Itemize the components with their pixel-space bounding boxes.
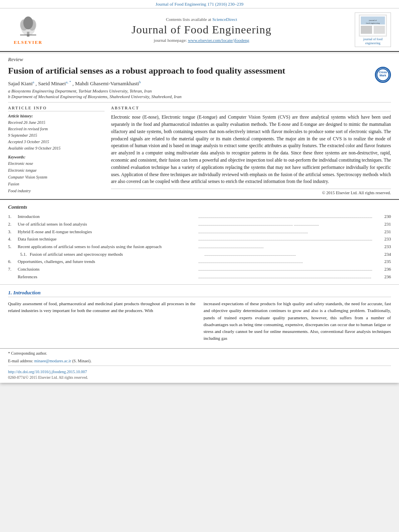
keyword-3: Computer Vision System bbox=[8, 174, 105, 181]
toc-item-51: 5.1. Fusion of artificial senses and spe… bbox=[8, 251, 391, 258]
page-footer: * Corresponding author. E-mail address: … bbox=[0, 348, 399, 383]
toc-page-5: 233 bbox=[379, 243, 391, 251]
toc-num-4: 4. bbox=[8, 235, 18, 243]
toc-label-5: Recent applications of artificial senses… bbox=[18, 243, 197, 251]
abstract-col: Abstract Electronic nose (E-nose), Elect… bbox=[111, 106, 391, 195]
journal-homepage: journal homepage: www.elsevier.com/locat… bbox=[48, 38, 355, 43]
journal-logo-label: journal of food engineering bbox=[357, 37, 389, 45]
email-link[interactable]: minaee@modares.ac.ir bbox=[34, 359, 71, 363]
intro-left-para: Quality assessment of food, pharmaceutic… bbox=[8, 300, 195, 314]
date-accepted: Accepted 3 October 2015 bbox=[8, 140, 49, 144]
journal-logo-right: journal of food engineering journal of f… bbox=[355, 12, 391, 47]
table-of-contents: Contents 1. Introduction ...............… bbox=[0, 199, 399, 285]
elsevier-tree-icon bbox=[16, 15, 40, 39]
introduction-section: 1. Introduction Quality assessment of fo… bbox=[0, 290, 399, 341]
homepage-link[interactable]: www.elsevier.com/locate/jfoodeng bbox=[188, 38, 249, 43]
toc-num-51: 5.1. bbox=[20, 251, 30, 258]
author2-sup: a, * bbox=[66, 80, 71, 84]
elsevier-logo: ELSEVIER bbox=[8, 15, 48, 45]
author2-name: , Saeid Minaei bbox=[35, 80, 66, 86]
toc-page-3: 231 bbox=[379, 228, 391, 236]
article-info-col: Article Info Article history: Received 2… bbox=[8, 106, 105, 195]
keyword-1: Electronic nose bbox=[8, 160, 105, 167]
toc-label-3: Hybrid E-nose and E-tongue technologies bbox=[18, 228, 197, 236]
author3-name: , Mahdi Ghasemi-Varnamkhasti bbox=[72, 80, 139, 86]
toc-item-6: 6. Opportunities, challenges, and future… bbox=[8, 258, 391, 265]
intro-right-col: increased expectations of these products… bbox=[204, 300, 391, 341]
article-title: Fusion of artificial senses as a robust … bbox=[8, 65, 391, 77]
toc-dots-3: ........................................… bbox=[197, 228, 379, 235]
toc-page-6: 235 bbox=[379, 258, 391, 265]
authors-line: Sajad Kiania , Saeid Minaeia, * , Mahdi … bbox=[8, 80, 391, 87]
page: Journal of Food Engineering 171 (2016) 2… bbox=[0, 0, 399, 383]
keyword-4: Fusion bbox=[8, 181, 105, 187]
toc-dots-1: ........................................… bbox=[197, 213, 379, 220]
toc-page-2: 231 bbox=[379, 220, 391, 228]
article-history-label: Article history: bbox=[8, 114, 105, 118]
keyword-2: Electronic tongue bbox=[8, 167, 105, 174]
doi-link[interactable]: http://dx.doi.org/10.1016/j.jfoodeng.201… bbox=[8, 370, 87, 374]
toc-dots-ref: ........................................… bbox=[197, 273, 379, 280]
toc-dots-6: ........................................… bbox=[197, 258, 379, 265]
keyword-5: Food industry bbox=[8, 187, 105, 194]
date-revised-label: Received in revised form bbox=[8, 127, 48, 131]
article-type-label: Review bbox=[0, 53, 399, 63]
toc-item-1: 1. Introduction ........................… bbox=[8, 213, 391, 220]
review-label: Review bbox=[8, 56, 23, 62]
toc-dots-7: ........................................… bbox=[197, 266, 379, 273]
journal-header: ELSEVIER Contents lists available at Sci… bbox=[0, 8, 399, 52]
toc-dots-4: ........................................… bbox=[197, 236, 379, 242]
toc-label-6: Opportunities, challenges, and future tr… bbox=[18, 258, 197, 265]
article-info-section-label: Article Info bbox=[8, 106, 105, 111]
intro-left-col: Quality assessment of food, pharmaceutic… bbox=[8, 300, 195, 341]
abstract-section-label: Abstract bbox=[111, 106, 391, 111]
toc-dots-2: ........................................… bbox=[197, 221, 379, 228]
author1-name: Sajad Kiani bbox=[8, 80, 33, 86]
author3-sup: b bbox=[139, 80, 141, 84]
toc-item-7: 7. Conclusions .........................… bbox=[8, 265, 391, 273]
svg-rect-12 bbox=[374, 26, 385, 34]
affiliation-2: b Department of Mechanical Engineering o… bbox=[8, 94, 391, 99]
toc-num-5: 5. bbox=[8, 243, 18, 251]
article-info-abstract-cols: Article Info Article history: Received 2… bbox=[8, 106, 391, 195]
svg-text:Cross: Cross bbox=[379, 71, 387, 74]
journal-ref-text: Journal of Food Engineering 171 (2016) 2… bbox=[156, 2, 244, 6]
affiliation-1: a Biosystems Engineering Department, Tar… bbox=[8, 88, 391, 93]
svg-text:food engineering: food engineering bbox=[366, 22, 380, 24]
toc-label-51: Fusion of artificial senses and spectros… bbox=[30, 251, 203, 258]
toc-item-4: 4. Data fusion technique ...............… bbox=[8, 235, 391, 243]
toc-page-ref: 236 bbox=[379, 273, 391, 281]
elsevier-brand-text: ELSEVIER bbox=[14, 40, 43, 45]
svg-rect-11 bbox=[361, 26, 372, 34]
toc-page-1: 230 bbox=[379, 213, 391, 220]
contents-available-line: Contents lists available at ScienceDirec… bbox=[48, 17, 355, 22]
author1-sup: a bbox=[33, 80, 34, 84]
svg-point-4 bbox=[23, 16, 33, 29]
sciencedirect-link[interactable]: ScienceDirect bbox=[212, 17, 237, 22]
toc-item-3: 3. Hybrid E-nose and E-tongue technologi… bbox=[8, 228, 391, 236]
toc-label-1: Introduction bbox=[18, 213, 197, 220]
article-dates: Received 26 June 2015 Received in revise… bbox=[8, 119, 105, 152]
toc-item-5: 5. Recent applications of artificial sen… bbox=[8, 243, 391, 251]
toc-dots-51: ........................................… bbox=[203, 251, 379, 258]
journal-title: Journal of Food Engineering bbox=[48, 23, 355, 36]
article-content: Cross Mark Fusion of artificial senses a… bbox=[0, 63, 399, 199]
date-revised: 9 September 2015 bbox=[8, 133, 37, 138]
toc-item-2: 2. Use of artificial senses in food anal… bbox=[8, 220, 391, 228]
toc-label-2: Use of artificial senses in food analysi… bbox=[18, 220, 197, 228]
footer-divider bbox=[8, 366, 391, 366]
svg-text:Mark: Mark bbox=[380, 74, 386, 77]
toc-page-4: 233 bbox=[379, 235, 391, 243]
journal-ref-bar: Journal of Food Engineering 171 (2016) 2… bbox=[0, 0, 399, 8]
crossmark-badge[interactable]: Cross Mark bbox=[375, 67, 391, 83]
journal-cover-icon: journal of food engineering bbox=[359, 14, 387, 37]
date-received: Received 26 June 2015 bbox=[8, 120, 45, 125]
doi-line: http://dx.doi.org/10.1016/j.jfoodeng.201… bbox=[8, 368, 391, 375]
toc-label-ref: References bbox=[18, 273, 197, 281]
corresponding-label: * Corresponding author. bbox=[8, 351, 47, 355]
toc-label-4: Data fusion technique bbox=[18, 235, 197, 243]
keywords-label: Keywords: bbox=[8, 155, 105, 159]
toc-num-7: 7. bbox=[8, 265, 18, 273]
date-online: Available online 9 October 2015 bbox=[8, 146, 61, 150]
journal-center-info: Contents lists available at ScienceDirec… bbox=[48, 17, 355, 43]
